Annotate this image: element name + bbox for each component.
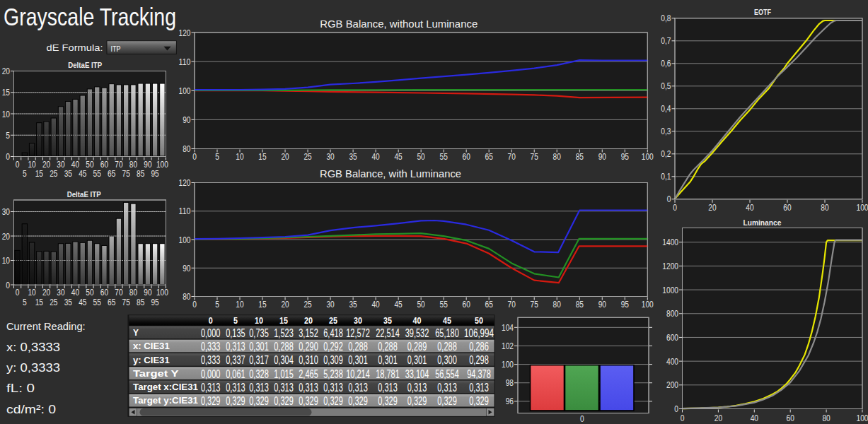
svg-text:95: 95 <box>151 168 158 179</box>
svg-text:0: 0 <box>6 280 10 290</box>
svg-text:50: 50 <box>86 159 93 170</box>
svg-text:102: 102 <box>502 341 514 351</box>
svg-text:40: 40 <box>413 315 422 326</box>
svg-text:0,289: 0,289 <box>407 341 427 353</box>
svg-text:12,572: 12,572 <box>346 327 370 339</box>
svg-text:0,301: 0,301 <box>348 354 368 366</box>
svg-text:10: 10 <box>28 287 35 298</box>
svg-text:0: 0 <box>192 151 197 162</box>
svg-text:60: 60 <box>787 413 794 423</box>
svg-text:0,292: 0,292 <box>323 341 343 353</box>
svg-text:0,313: 0,313 <box>348 382 368 394</box>
svg-text:0,309: 0,309 <box>323 354 343 366</box>
svg-text:0,288: 0,288 <box>274 341 294 353</box>
svg-text:120: 120 <box>179 28 191 38</box>
svg-text:33,104: 33,104 <box>405 368 429 380</box>
svg-text:30: 30 <box>57 287 64 298</box>
svg-text:1,015: 1,015 <box>274 368 294 380</box>
svg-text:0: 0 <box>674 404 678 414</box>
svg-text:98: 98 <box>506 377 514 388</box>
svg-text:106,994: 106,994 <box>464 327 494 339</box>
svg-text:5: 5 <box>23 297 27 307</box>
svg-text:120: 120 <box>179 177 191 188</box>
svg-text:95: 95 <box>621 151 629 162</box>
svg-text:0,301: 0,301 <box>407 354 427 366</box>
svg-text:ITP: ITP <box>111 45 121 53</box>
svg-text:0: 0 <box>580 413 584 424</box>
svg-text:0,337: 0,337 <box>226 354 245 366</box>
svg-text:10: 10 <box>236 299 243 310</box>
svg-text:45: 45 <box>79 168 86 179</box>
svg-text:0,300: 0,300 <box>437 354 457 366</box>
svg-text:20: 20 <box>281 299 289 310</box>
svg-text:100: 100 <box>179 86 191 96</box>
svg-text:5: 5 <box>23 168 27 179</box>
svg-text:0,329: 0,329 <box>469 395 489 407</box>
svg-text:0,4: 0,4 <box>661 103 671 114</box>
svg-text:45: 45 <box>79 297 86 307</box>
svg-text:20: 20 <box>281 151 289 162</box>
svg-text:Luminance: Luminance <box>743 218 781 227</box>
svg-text:10: 10 <box>236 151 243 162</box>
svg-text:65: 65 <box>485 299 493 310</box>
svg-text:30: 30 <box>57 159 64 170</box>
svg-text:20: 20 <box>304 315 313 326</box>
svg-text:20: 20 <box>2 66 10 76</box>
svg-text:40: 40 <box>371 299 379 310</box>
svg-text:5,238: 5,238 <box>323 368 343 380</box>
svg-text:65,180: 65,180 <box>435 327 459 339</box>
svg-text:55: 55 <box>93 168 101 179</box>
svg-text:0,3: 0,3 <box>661 126 671 136</box>
svg-text:40: 40 <box>371 151 379 162</box>
svg-text:94,378: 94,378 <box>467 368 491 380</box>
svg-text:0,313: 0,313 <box>469 382 489 394</box>
svg-text:0,000: 0,000 <box>201 327 221 339</box>
svg-text:10: 10 <box>255 315 263 326</box>
svg-text:100: 100 <box>502 359 514 370</box>
svg-text:15: 15 <box>2 87 10 98</box>
svg-text:35: 35 <box>383 315 392 326</box>
svg-text:0: 0 <box>667 194 671 204</box>
svg-text:35: 35 <box>64 168 72 179</box>
svg-text:80: 80 <box>183 291 190 302</box>
svg-text:85: 85 <box>137 168 144 179</box>
svg-text:EOTF: EOTF <box>754 8 771 16</box>
svg-text:0,1: 0,1 <box>661 171 671 182</box>
svg-text:75: 75 <box>531 299 538 310</box>
svg-text:10: 10 <box>28 159 35 170</box>
svg-text:20: 20 <box>42 287 50 298</box>
svg-text:5: 5 <box>215 151 219 162</box>
svg-text:0,313: 0,313 <box>378 382 398 394</box>
svg-text:1200: 1200 <box>662 261 678 271</box>
svg-text:110: 110 <box>179 57 191 67</box>
svg-text:0,135: 0,135 <box>226 327 245 339</box>
svg-text:Target y:CIE31: Target y:CIE31 <box>133 396 198 406</box>
svg-text:90: 90 <box>183 263 190 273</box>
svg-text:0,8: 0,8 <box>661 13 671 23</box>
svg-text:10,214: 10,214 <box>346 368 370 380</box>
svg-text:6,418: 6,418 <box>323 327 343 339</box>
svg-text:85: 85 <box>576 299 584 310</box>
svg-text:90: 90 <box>598 151 606 162</box>
svg-text:0: 0 <box>16 159 20 170</box>
svg-text:100: 100 <box>156 159 168 170</box>
svg-text:39,532: 39,532 <box>405 327 429 339</box>
svg-text:100: 100 <box>642 299 654 310</box>
svg-text:y: CIE31: y: CIE31 <box>133 355 170 365</box>
svg-text:0,290: 0,290 <box>299 341 318 353</box>
svg-text:70: 70 <box>115 159 122 170</box>
svg-text:85: 85 <box>576 151 584 162</box>
svg-text:40: 40 <box>746 202 753 213</box>
svg-text:0,5: 0,5 <box>661 81 671 91</box>
svg-text:0,333: 0,333 <box>201 341 221 353</box>
svg-text:0,301: 0,301 <box>249 341 269 353</box>
svg-text:5: 5 <box>215 299 219 310</box>
svg-text:0: 0 <box>16 287 20 298</box>
svg-text:40: 40 <box>71 159 79 170</box>
svg-text:3,152: 3,152 <box>299 327 318 339</box>
svg-text:0,313: 0,313 <box>249 382 269 394</box>
svg-text:200: 200 <box>666 379 678 390</box>
svg-text:65: 65 <box>108 168 115 179</box>
svg-text:0,313: 0,313 <box>299 382 318 394</box>
svg-text:RGB Balance, without Luminance: RGB Balance, without Luminance <box>320 18 478 30</box>
